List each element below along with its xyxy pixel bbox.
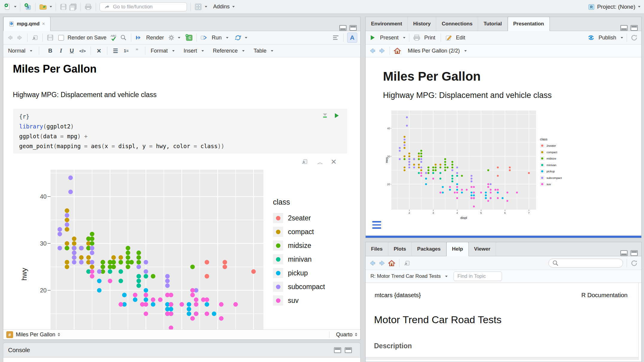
bold-button[interactable]: B: [46, 47, 55, 54]
maximize-icon[interactable]: [631, 250, 638, 256]
slide-menu-icon[interactable]: [372, 221, 381, 229]
edit-icon[interactable]: [445, 34, 452, 42]
expand-output-icon[interactable]: [301, 158, 309, 165]
new-project-icon[interactable]: R: [24, 3, 32, 11]
home-icon[interactable]: [388, 259, 396, 267]
maximize-icon[interactable]: [350, 25, 357, 31]
minimize-icon[interactable]: [620, 250, 628, 256]
print-button[interactable]: Print: [422, 35, 437, 41]
save-all-icon[interactable]: [69, 3, 77, 11]
run-caret[interactable]: [226, 37, 228, 39]
tab-help[interactable]: Help: [446, 242, 469, 256]
pane-layout-caret[interactable]: [205, 6, 207, 7]
rerun-icon[interactable]: [234, 34, 242, 42]
visual-editor-icon[interactable]: A: [347, 33, 357, 43]
spellcheck-icon[interactable]: ABC: [110, 34, 118, 42]
open-recent-caret[interactable]: [50, 6, 52, 7]
print-icon[interactable]: [413, 34, 421, 42]
section-label[interactable]: Miles Per Gallon: [16, 332, 55, 338]
editor-mode-selector-icon[interactable]: [355, 333, 357, 336]
find-in-topic-input[interactable]: Find in Topic: [454, 272, 502, 281]
addins-menu[interactable]: Addins: [213, 4, 230, 10]
publish-icon[interactable]: [587, 34, 595, 42]
render-on-save-checkbox[interactable]: [58, 35, 64, 41]
editor-mode-label[interactable]: Quarto: [329, 332, 352, 338]
insert-menu[interactable]: Insert: [182, 48, 199, 54]
open-file-icon[interactable]: [39, 3, 47, 11]
gear-icon[interactable]: [167, 34, 175, 42]
pane-layout-icon[interactable]: [194, 3, 202, 11]
chunk-code[interactable]: library(ggplot2)ggplot(data = mpg) + geo…: [19, 122, 341, 151]
popout-icon[interactable]: [31, 34, 39, 42]
back-icon[interactable]: [369, 47, 376, 55]
new-file-caret[interactable]: [14, 6, 16, 7]
run-chunks-above-icon[interactable]: [322, 112, 328, 122]
run-chunk-icon[interactable]: [334, 112, 339, 122]
document-editor[interactable]: Miles Per Gallon Highway MPG: Displaceme…: [3, 57, 360, 329]
maximize-icon[interactable]: [631, 25, 638, 31]
rerun-caret[interactable]: [245, 37, 247, 39]
paragraph-style-caret[interactable]: [30, 50, 32, 52]
run-icon[interactable]: [200, 34, 208, 42]
close-tab-icon[interactable]: ×: [42, 21, 45, 27]
help-content[interactable]: mtcars {datasets} R Documentation Motor …: [366, 283, 639, 360]
format-menu[interactable]: Format: [149, 48, 170, 54]
render-icon[interactable]: [135, 34, 143, 42]
tab-presentation[interactable]: Presentation: [508, 17, 550, 31]
home-icon[interactable]: [393, 47, 401, 55]
clear-format-icon[interactable]: ✕: [94, 47, 103, 54]
tab-viewer[interactable]: Viewer: [469, 242, 496, 256]
project-caret[interactable]: [638, 6, 640, 7]
insert-chunk-icon[interactable]: C: [185, 34, 193, 42]
tab-plots[interactable]: Plots: [388, 242, 412, 256]
back-icon[interactable]: [369, 259, 376, 267]
blockquote-icon[interactable]: ”: [132, 47, 141, 54]
present-caret[interactable]: [403, 37, 405, 39]
bullet-list-icon[interactable]: ☰: [111, 47, 120, 54]
underline-button[interactable]: U: [67, 47, 76, 54]
outline-icon[interactable]: [332, 34, 340, 42]
numbered-list-icon[interactable]: 1≡: [122, 48, 131, 53]
popout-icon[interactable]: [403, 259, 411, 267]
collapse-output-icon[interactable]: ︿: [317, 158, 323, 166]
save-icon[interactable]: [46, 34, 54, 42]
minimize-icon[interactable]: [334, 347, 341, 353]
save-icon[interactable]: [59, 3, 67, 11]
tab-packages[interactable]: Packages: [412, 242, 446, 256]
present-icon[interactable]: [369, 34, 376, 42]
close-output-icon[interactable]: ✕: [331, 158, 337, 166]
code-button[interactable]: </>: [78, 48, 87, 53]
reference-menu[interactable]: Reference: [211, 48, 239, 54]
tab-connections[interactable]: Connections: [436, 17, 478, 31]
back-icon[interactable]: [6, 34, 14, 42]
forward-icon[interactable]: [16, 34, 24, 42]
edit-button[interactable]: Edit: [454, 35, 467, 41]
console-header[interactable]: Console: [3, 343, 361, 358]
slide-selector[interactable]: Miles Per Gallon (2/2): [406, 48, 462, 54]
help-topic-selector[interactable]: R: Motor Trend Car Road Tests: [369, 273, 442, 279]
render-button[interactable]: Render: [144, 35, 166, 41]
render-options-caret[interactable]: [178, 37, 180, 39]
maximize-icon[interactable]: [345, 347, 352, 353]
slide-selector-caret[interactable]: [464, 50, 467, 52]
tab-tutorial[interactable]: Tutorial: [478, 17, 507, 31]
forward-icon[interactable]: [378, 47, 386, 55]
minimize-icon[interactable]: [620, 25, 628, 31]
present-button[interactable]: Present: [378, 35, 400, 41]
publish-button[interactable]: Publish: [597, 35, 618, 41]
print-icon[interactable]: [84, 3, 92, 11]
paragraph-style-menu[interactable]: Normal: [6, 48, 27, 54]
help-search-input[interactable]: [548, 259, 623, 268]
tab-history[interactable]: History: [408, 17, 437, 31]
tab-environment[interactable]: Environment: [366, 17, 408, 31]
goto-file-input[interactable]: Go to file/function: [100, 2, 187, 11]
code-chunk[interactable]: {r} library(ggplot2)ggplot(data = mpg) +…: [13, 109, 347, 154]
addins-caret[interactable]: [232, 6, 235, 7]
search-icon[interactable]: [120, 34, 127, 42]
publish-caret[interactable]: [621, 37, 623, 39]
presentation-preview[interactable]: Miles Per Gallon Highway MPG: Displaceme…: [366, 57, 641, 236]
forward-icon[interactable]: [378, 259, 386, 267]
refresh-icon[interactable]: [631, 259, 638, 267]
section-selector-icon[interactable]: [58, 333, 60, 336]
project-menu[interactable]: Project: (None): [597, 4, 635, 10]
